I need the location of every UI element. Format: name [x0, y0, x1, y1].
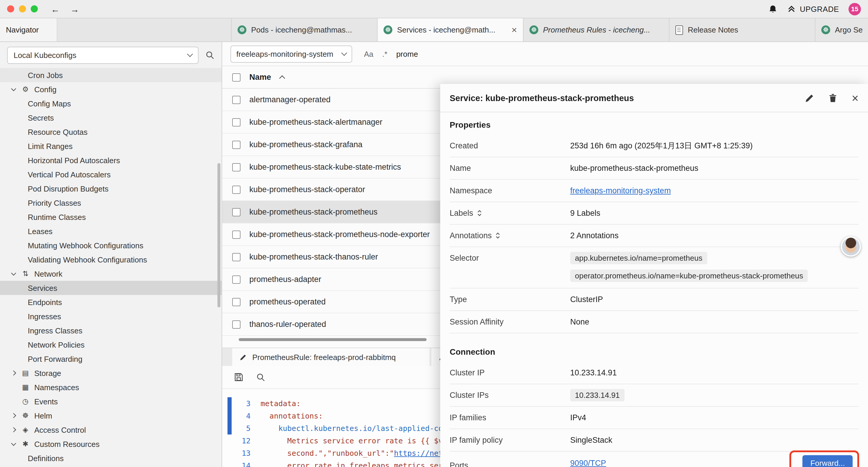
sidebar-item[interactable]: Helm [0, 408, 222, 423]
row-checkbox[interactable] [232, 140, 241, 149]
row-checkbox[interactable] [232, 118, 241, 126]
chevron-right-icon[interactable] [11, 413, 17, 418]
sidebar-item[interactable]: Services [0, 281, 222, 295]
app-tab[interactable]: Pods - icecheng@mathmas... × [231, 18, 378, 41]
chevron-down-icon[interactable] [11, 271, 17, 276]
select-all-checkbox[interactable] [232, 73, 241, 81]
sidebar-item[interactable]: Endpoints [0, 295, 222, 309]
sidebar-item[interactable]: Cron Jobs [0, 68, 222, 82]
expand-toggle-icon[interactable] [477, 209, 482, 217]
sidebar-item[interactable]: Validating Webhook Configurations [0, 253, 222, 267]
sidebar-item[interactable]: Priority Classes [0, 196, 222, 210]
sidebar-item[interactable]: Horizontal Pod Autoscalers [0, 153, 222, 167]
sidebar-item[interactable]: Vertical Pod Autoscalers [0, 167, 222, 181]
sidebar-item[interactable]: Runtime Classes [0, 210, 222, 224]
type-label: Type [450, 295, 570, 304]
search-icon[interactable] [256, 373, 265, 382]
sidebar-item[interactable]: Storage [0, 366, 222, 380]
row-checkbox[interactable] [232, 275, 241, 284]
cluster-ip-value: 10.233.14.91 [570, 368, 859, 377]
row-checkbox[interactable] [232, 253, 241, 261]
app-tab[interactable]: Release Notes × [670, 18, 815, 41]
labels-value[interactable]: 9 Labels [570, 209, 859, 217]
chevron-down-icon[interactable] [11, 86, 17, 92]
port-link-9090[interactable]: 9090/TCP [570, 459, 606, 467]
sidebar-item[interactable]: Limit Ranges [0, 139, 222, 153]
row-checkbox[interactable] [232, 163, 241, 171]
back-arrow-icon[interactable]: ← [51, 4, 60, 14]
sidebar-item[interactable]: Namespaces [0, 380, 222, 394]
sidebar-item-label: Leases [28, 227, 53, 236]
events-clock-icon [21, 397, 30, 406]
app-tab[interactable]: Argo Se × [815, 18, 868, 41]
annotations-value[interactable]: 2 Annotations [570, 231, 859, 240]
row-checkbox[interactable] [232, 298, 241, 306]
type-row: Type ClusterIP [450, 289, 859, 311]
chevron-right-icon[interactable] [11, 370, 17, 376]
tree-chevron-icon[interactable] [11, 399, 17, 404]
forward-arrow-icon[interactable]: → [70, 4, 79, 14]
edit-icon[interactable] [805, 93, 814, 103]
sidebar-item[interactable]: Network Policies [0, 338, 222, 352]
match-case-toggle[interactable]: Aa [364, 49, 373, 58]
sidebar-item[interactable]: Ingresses [0, 309, 222, 323]
notification-badge[interactable]: 15 [848, 3, 861, 15]
sidebar-item[interactable]: Events [0, 394, 222, 408]
sidebar-item[interactable]: Ingress Classes [0, 323, 222, 338]
close-icon[interactable]: × [852, 92, 859, 104]
sidebar-item[interactable]: Config Maps [0, 96, 222, 111]
row-checkbox[interactable] [232, 230, 241, 238]
sidebar-item-label: Access Control [34, 425, 86, 434]
regex-toggle[interactable]: .* [382, 49, 387, 58]
sidebar-item[interactable]: Definitions [0, 451, 222, 465]
app-tab[interactable]: Services - icecheng@math... × [378, 18, 524, 41]
chevron-right-icon[interactable] [11, 427, 17, 433]
selector-badge: operator.prometheus.io/name=kube-prometh… [570, 269, 808, 282]
filter-bar: freeleaps-monitoring-system Aa .* prome [222, 42, 868, 66]
sidebar-item[interactable]: Resource Quotas [0, 125, 222, 139]
save-icon[interactable] [234, 372, 243, 382]
sidebar-item[interactable]: Custom Resources [0, 437, 222, 451]
minimize-window-button[interactable] [19, 5, 26, 12]
sidebar-item[interactable]: Leases [0, 224, 222, 238]
close-icon[interactable]: × [512, 25, 517, 35]
chevron-down-icon[interactable] [11, 441, 17, 447]
row-checkbox[interactable] [232, 320, 241, 328]
sidebar-item[interactable]: Pod Disruption Budgets [0, 181, 222, 196]
search-input[interactable]: prome [396, 49, 418, 58]
avatar[interactable] [841, 236, 861, 257]
editor-tab[interactable]: PrometheusRule: freeleaps-prod-rabbitmq [232, 348, 430, 366]
name-column-header[interactable]: Name [249, 73, 271, 82]
namespace-select[interactable]: freeleaps-monitoring-system [230, 45, 352, 62]
sidebar-scrollbar[interactable] [217, 163, 220, 308]
row-checkbox[interactable] [232, 185, 241, 194]
sidebar-item[interactable]: Port Forwarding [0, 352, 222, 366]
bell-icon[interactable] [768, 4, 777, 13]
close-window-button[interactable] [7, 5, 14, 12]
sidebar-item[interactable]: Mutating Webhook Configurations [0, 238, 222, 253]
row-checkbox[interactable] [232, 208, 241, 216]
row-checkbox[interactable] [232, 95, 241, 104]
code-segment: kubectl.kubernetes.io/last-applied-co [260, 422, 443, 435]
search-icon[interactable] [206, 51, 215, 59]
trash-icon[interactable] [829, 93, 838, 103]
sidebar-item[interactable]: Config [0, 82, 222, 96]
zoom-window-button[interactable] [31, 5, 38, 12]
horizontal-scrollbar[interactable] [239, 338, 427, 341]
session-affinity-row: Session Affinity None [450, 311, 859, 333]
sidebar-item[interactable]: Access Control [0, 423, 222, 437]
tree-chevron-icon[interactable] [11, 384, 17, 390]
forward-button[interactable]: Forward... [803, 455, 852, 467]
namespace-link[interactable]: freeleaps-monitoring-system [570, 186, 671, 195]
kubeconfig-scope-select[interactable]: Local Kubeconfigs [7, 47, 198, 63]
line-number: 12 [222, 435, 251, 447]
sort-ascending-icon[interactable] [279, 75, 285, 81]
sidebar-item[interactable]: Secrets [0, 111, 222, 125]
navigator-tab[interactable]: Navigator [0, 18, 57, 41]
app-tab[interactable]: Prometheus Rules - icecheng... × [524, 18, 670, 41]
chevron-down-icon [187, 51, 193, 57]
service-name: kube-prometheus-stack-thanos-ruler [249, 253, 378, 261]
upgrade-button[interactable]: UPGRADE [787, 4, 839, 13]
sidebar-item[interactable]: Network [0, 267, 222, 281]
expand-toggle-icon[interactable] [495, 232, 501, 239]
